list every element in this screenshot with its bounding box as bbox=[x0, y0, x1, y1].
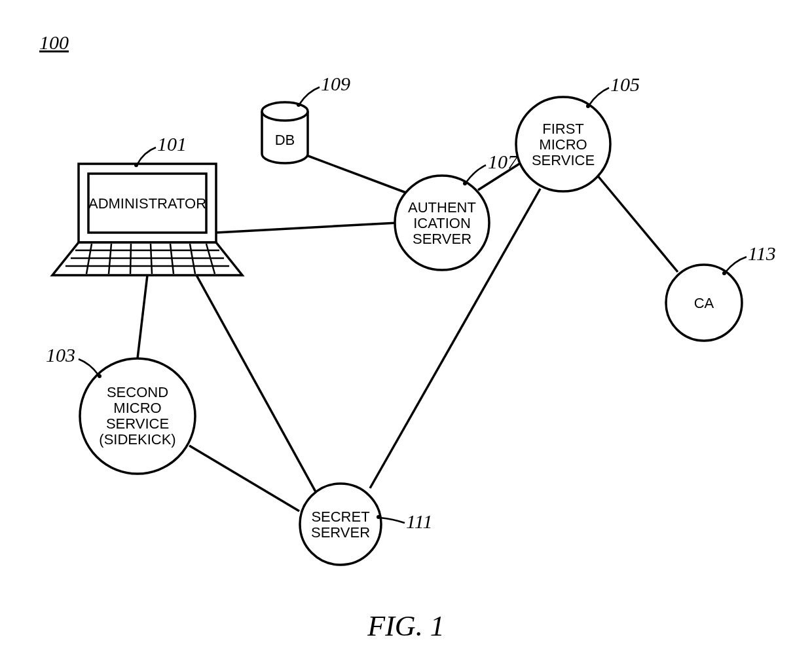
svg-text:AUTHENT: AUTHENT bbox=[408, 199, 476, 216]
ref-101: 101 bbox=[134, 133, 187, 167]
svg-text:SECRET: SECRET bbox=[311, 508, 369, 525]
node-ca: CA bbox=[666, 265, 742, 341]
node-secret-server: SECRET SERVER bbox=[300, 484, 381, 565]
edge-second-secret bbox=[189, 446, 299, 511]
figure-caption: FIG. 1 bbox=[367, 610, 444, 642]
administrator-label: ADMINISTRATOR bbox=[88, 195, 206, 212]
svg-text:ICATION: ICATION bbox=[413, 215, 471, 231]
svg-point-10 bbox=[134, 163, 138, 167]
svg-point-13 bbox=[297, 103, 301, 107]
svg-text:101: 101 bbox=[157, 133, 187, 155]
edge-first-ca bbox=[596, 174, 678, 272]
svg-line-5 bbox=[130, 244, 131, 274]
node-db: DB bbox=[262, 102, 308, 163]
ref-109: 109 bbox=[297, 73, 350, 107]
figure-number: 100 bbox=[39, 31, 69, 53]
node-administrator: ADMINISTRATOR bbox=[52, 164, 242, 275]
svg-text:(SIDEKICK): (SIDEKICK) bbox=[99, 431, 175, 448]
edge-admin-second bbox=[138, 275, 147, 358]
svg-text:SERVICE: SERVICE bbox=[532, 152, 595, 168]
node-second-micro: SECOND MICRO SERVICE (SIDEKICK) bbox=[80, 358, 195, 474]
edge-admin-secret bbox=[196, 275, 321, 501]
diagram-canvas: ADMINISTRATOR 101 DB 109 AUTHENT ICATION… bbox=[0, 0, 812, 671]
ca-label: CA bbox=[694, 295, 714, 311]
svg-text:107: 107 bbox=[488, 151, 519, 172]
edge-db-auth bbox=[306, 155, 411, 195]
ref-107: 107 bbox=[463, 151, 519, 185]
ref-103: 103 bbox=[46, 344, 101, 378]
svg-text:SERVER: SERVER bbox=[311, 524, 370, 541]
edge-admin-auth bbox=[216, 223, 397, 233]
svg-text:MICRO: MICRO bbox=[113, 400, 161, 416]
svg-text:111: 111 bbox=[406, 510, 433, 532]
svg-text:SERVER: SERVER bbox=[413, 231, 471, 247]
svg-text:FIRST: FIRST bbox=[542, 121, 584, 137]
svg-point-19 bbox=[463, 182, 467, 185]
svg-point-40 bbox=[377, 515, 380, 519]
svg-text:105: 105 bbox=[610, 73, 640, 95]
svg-text:SERVICE: SERVICE bbox=[106, 415, 169, 432]
svg-text:109: 109 bbox=[321, 73, 350, 94]
ref-113: 113 bbox=[722, 242, 776, 275]
svg-point-12 bbox=[262, 102, 308, 121]
db-label: DB bbox=[275, 132, 295, 148]
ref-105: 105 bbox=[586, 73, 640, 108]
svg-point-35 bbox=[98, 374, 101, 378]
svg-point-28 bbox=[722, 271, 726, 275]
svg-text:MICRO: MICRO bbox=[539, 136, 587, 153]
svg-point-25 bbox=[586, 104, 590, 108]
svg-text:SECOND: SECOND bbox=[107, 384, 168, 400]
svg-text:103: 103 bbox=[46, 344, 75, 366]
ref-111: 111 bbox=[377, 510, 433, 532]
node-first-micro: FIRST MICRO SERVICE bbox=[516, 97, 610, 191]
node-auth-server: AUTHENT ICATION SERVER bbox=[395, 176, 489, 270]
svg-text:113: 113 bbox=[748, 242, 776, 264]
